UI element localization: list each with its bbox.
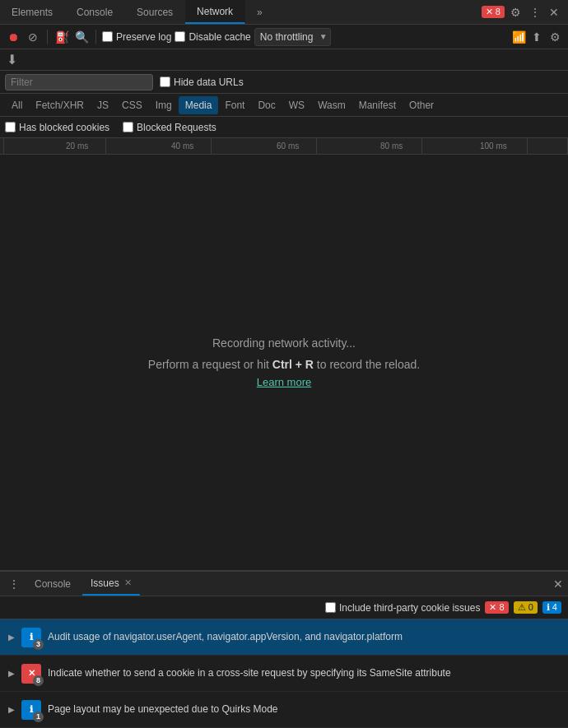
import-row: ⬇ bbox=[0, 49, 568, 71]
type-tab-media[interactable]: Media bbox=[179, 96, 219, 114]
more-button[interactable]: ⋮ bbox=[527, 3, 543, 21]
issues-info-badge: ℹ 4 bbox=[542, 601, 561, 614]
close-button[interactable]: ✕ bbox=[547, 3, 561, 21]
request-text: Perform a request or hit Ctrl + R to rec… bbox=[148, 358, 420, 371]
filter-input[interactable] bbox=[5, 74, 153, 90]
timeline-tick-1: 20 ms bbox=[66, 141, 88, 151]
timeline-line-3 bbox=[316, 138, 317, 154]
tab-elements[interactable]: Elements bbox=[0, 0, 65, 24]
timeline-line-1 bbox=[105, 138, 106, 154]
learn-more-link[interactable]: Learn more bbox=[257, 376, 311, 388]
blocked-requests-checkbox[interactable] bbox=[123, 122, 133, 132]
timeline-tick-5: 100 ms bbox=[480, 141, 507, 151]
tab-network[interactable]: Network bbox=[185, 0, 245, 24]
type-tab-wasm[interactable]: Wasm bbox=[311, 96, 352, 114]
type-tab-css[interactable]: CSS bbox=[115, 96, 149, 114]
type-tab-manifest[interactable]: Manifest bbox=[352, 96, 403, 114]
recording-text: Recording network activity... bbox=[212, 336, 356, 350]
throttle-wrapper: No throttling ▼ bbox=[254, 28, 331, 46]
issue-text-1: Audit usage of navigator.userAgent, navi… bbox=[48, 630, 560, 644]
tab-bar: Elements Console Sources Network » ✕ 8 ⚙… bbox=[0, 0, 568, 25]
tab-bar-right: ✕ 8 ⚙ ⋮ ✕ bbox=[482, 3, 568, 21]
type-tab-js[interactable]: JS bbox=[91, 96, 115, 114]
issue-badge-3: 1 bbox=[33, 712, 44, 722]
third-party-checkbox[interactable] bbox=[325, 602, 336, 613]
disable-cache-checkbox[interactable] bbox=[175, 31, 185, 42]
issues-warning-badge: ⚠ 0 bbox=[514, 601, 538, 614]
issue-icon-2: ✕ 8 bbox=[21, 664, 41, 684]
issue-item-1[interactable]: ▶ ℹ 3 Audit usage of navigator.userAgent… bbox=[0, 619, 568, 656]
timeline-tick-2: 40 ms bbox=[171, 141, 193, 151]
issues-list: ▶ ℹ 3 Audit usage of navigator.userAgent… bbox=[0, 619, 568, 728]
network-toolbar: ⏺ ⊘ ⛽ 🔍 Preserve log Disable cache No th… bbox=[0, 25, 568, 49]
bottom-menu-button[interactable]: ⋮ bbox=[5, 576, 23, 592]
bottom-panel: ⋮ Console Issues ✕ ✕ Include third-party… bbox=[0, 570, 568, 728]
divider-2 bbox=[95, 30, 96, 44]
type-tab-font[interactable]: Font bbox=[218, 96, 251, 114]
issue-icon-3: ℹ 1 bbox=[21, 700, 41, 720]
import-button[interactable]: ⬇ bbox=[7, 52, 17, 67]
preserve-log-label[interactable]: Preserve log bbox=[102, 31, 171, 43]
bottom-tab-issues[interactable]: Issues ✕ bbox=[82, 572, 140, 596]
timeline-line-2 bbox=[211, 138, 212, 154]
timeline-tick-4: 80 ms bbox=[380, 141, 403, 151]
tab-close-icon[interactable]: ✕ bbox=[124, 577, 132, 588]
issue-chevron-1: ▶ bbox=[8, 633, 15, 642]
tab-more[interactable]: » bbox=[245, 0, 275, 24]
issues-toolbar-right: Include third-party cookie issues ✕ 8 ⚠ … bbox=[325, 601, 561, 614]
blocked-requests-label[interactable]: Blocked Requests bbox=[123, 122, 216, 133]
type-tab-img[interactable]: Img bbox=[149, 96, 179, 114]
network-main-area: Recording network activity... Perform a … bbox=[0, 155, 568, 570]
search-button[interactable]: 🔍 bbox=[73, 29, 90, 45]
has-blocked-cookies-checkbox[interactable] bbox=[5, 122, 16, 132]
record-button[interactable]: ⏺ bbox=[5, 29, 21, 45]
divider-1 bbox=[47, 30, 48, 44]
toolbar-right-icons: 📶 ⬆ ⚙ bbox=[510, 29, 563, 45]
type-tab-other[interactable]: Other bbox=[403, 96, 440, 114]
export-button[interactable]: ⬆ bbox=[528, 29, 545, 45]
hide-data-urls-checkbox[interactable] bbox=[160, 77, 170, 87]
blocked-row: Has blocked cookies Blocked Requests bbox=[0, 117, 568, 138]
bottom-tab-console[interactable]: Console bbox=[26, 572, 79, 596]
issue-badge-2: 8 bbox=[33, 675, 44, 686]
issue-badge-1: 3 bbox=[33, 639, 44, 650]
timeline-line-5 bbox=[527, 138, 528, 154]
settings-button[interactable]: ⚙ bbox=[547, 29, 563, 45]
disable-cache-label[interactable]: Disable cache bbox=[175, 31, 250, 43]
type-filter-bar: All Fetch/XHR JS CSS Img Media Font Doc … bbox=[0, 94, 568, 117]
issue-icon-1: ℹ 3 bbox=[21, 628, 41, 647]
panel-close-button[interactable]: ✕ bbox=[553, 577, 563, 591]
filter-button[interactable]: ⛽ bbox=[54, 29, 70, 45]
key-combo: Ctrl + R bbox=[272, 358, 314, 371]
type-tab-ws[interactable]: WS bbox=[282, 96, 311, 114]
throttle-select[interactable]: No throttling bbox=[254, 28, 331, 46]
type-tab-all[interactable]: All bbox=[5, 96, 29, 114]
has-blocked-cookies-label[interactable]: Has blocked cookies bbox=[5, 122, 109, 133]
gear-button[interactable]: ⚙ bbox=[508, 3, 524, 21]
timeline-tick-3: 60 ms bbox=[277, 141, 299, 151]
error-badge: ✕ 8 bbox=[482, 6, 505, 18]
clear-button[interactable]: ⊘ bbox=[25, 29, 41, 45]
hide-data-urls-label[interactable]: Hide data URLs bbox=[160, 77, 244, 88]
issue-chevron-3: ▶ bbox=[8, 705, 15, 714]
bottom-tabs: ⋮ Console Issues ✕ ✕ bbox=[0, 572, 568, 596]
preserve-log-checkbox[interactable] bbox=[102, 31, 113, 42]
issues-error-badge: ✕ 8 bbox=[485, 601, 508, 614]
tab-console[interactable]: Console bbox=[65, 0, 125, 24]
timeline-line-4 bbox=[421, 138, 422, 154]
issue-item-3[interactable]: ▶ ℹ 1 Page layout may be unexpected due … bbox=[0, 692, 568, 728]
issue-text-2: Indicate whether to send a cookie in a c… bbox=[48, 666, 560, 680]
tab-sources[interactable]: Sources bbox=[125, 0, 185, 24]
issue-chevron-2: ▶ bbox=[8, 669, 15, 678]
issue-text-3: Page layout may be unexpected due to Qui… bbox=[48, 702, 560, 716]
network-conditions-button[interactable]: 📶 bbox=[510, 29, 527, 45]
issue-item-2[interactable]: ▶ ✕ 8 Indicate whether to send a cookie … bbox=[0, 656, 568, 692]
filter-row: Hide data URLs bbox=[0, 71, 568, 94]
timeline-line-0 bbox=[3, 138, 4, 154]
issues-toolbar: Include third-party cookie issues ✕ 8 ⚠ … bbox=[0, 596, 568, 619]
timeline-header: 20 ms 40 ms 60 ms 80 ms 100 ms bbox=[0, 138, 568, 155]
third-party-label[interactable]: Include third-party cookie issues bbox=[325, 602, 480, 614]
type-tab-doc[interactable]: Doc bbox=[251, 96, 282, 114]
type-tab-fetch[interactable]: Fetch/XHR bbox=[29, 96, 91, 114]
